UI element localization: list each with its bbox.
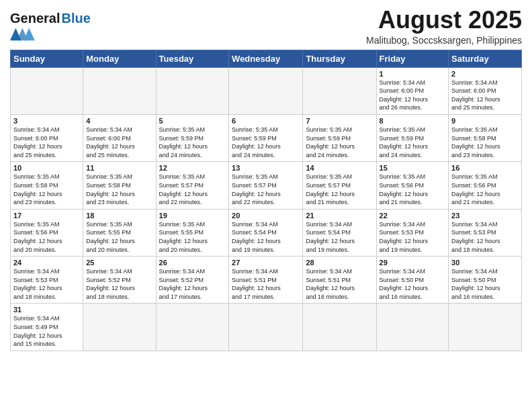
day-number: 1 [380,70,446,78]
calendar-cell: 9Sunrise: 5:35 AM Sunset: 5:58 PM Daylig… [449,114,522,161]
col-header-saturday: Saturday [449,50,522,67]
day-info: Sunrise: 5:35 AM Sunset: 5:57 PM Dayligh… [306,173,373,206]
calendar-week-4: 17Sunrise: 5:35 AM Sunset: 5:56 PM Dayli… [11,209,522,256]
title-area: August 2025 Malitubog, Soccsksargen, Phi… [366,7,522,46]
day-info: Sunrise: 5:34 AM Sunset: 5:51 PM Dayligh… [306,267,373,301]
day-number: 17 [13,212,80,220]
day-number: 19 [159,212,226,220]
day-number: 12 [159,164,226,172]
day-info: Sunrise: 5:35 AM Sunset: 5:58 PM Dayligh… [451,126,519,159]
col-header-wednesday: Wednesday [229,50,303,67]
calendar-cell: 19Sunrise: 5:35 AM Sunset: 5:55 PM Dayli… [156,209,229,256]
day-info: Sunrise: 5:34 AM Sunset: 5:53 PM Dayligh… [451,220,519,254]
calendar-cell: 25Sunrise: 5:34 AM Sunset: 5:52 PM Dayli… [83,257,156,304]
day-number: 28 [306,259,373,267]
calendar-cell: 28Sunrise: 5:34 AM Sunset: 5:51 PM Dayli… [303,257,376,304]
day-info: Sunrise: 5:34 AM Sunset: 5:53 PM Dayligh… [380,220,446,254]
calendar-week-1: 1Sunrise: 5:34 AM Sunset: 6:00 PM Daylig… [11,67,522,114]
day-info: Sunrise: 5:35 AM Sunset: 5:55 PM Dayligh… [159,220,226,254]
day-info: Sunrise: 5:34 AM Sunset: 6:00 PM Dayligh… [380,79,446,112]
day-number: 27 [232,259,300,267]
calendar-cell [83,67,156,114]
calendar-cell [229,67,303,114]
day-info: Sunrise: 5:34 AM Sunset: 5:52 PM Dayligh… [159,267,226,301]
calendar-cell [376,304,449,351]
day-info: Sunrise: 5:34 AM Sunset: 5:54 PM Dayligh… [306,220,373,254]
calendar-cell: 8Sunrise: 5:35 AM Sunset: 5:59 PM Daylig… [376,114,449,161]
calendar-cell [303,304,376,351]
calendar-cell: 6Sunrise: 5:35 AM Sunset: 5:59 PM Daylig… [229,114,303,161]
day-info: Sunrise: 5:34 AM Sunset: 5:51 PM Dayligh… [232,267,300,301]
calendar-cell [156,67,229,114]
day-number: 11 [86,164,152,172]
calendar-header-row: SundayMondayTuesdayWednesdayThursdayFrid… [11,50,522,67]
calendar-cell [11,67,83,114]
day-info: Sunrise: 5:35 AM Sunset: 5:57 PM Dayligh… [159,173,226,206]
calendar-cell: 2Sunrise: 5:34 AM Sunset: 6:00 PM Daylig… [449,67,522,114]
day-info: Sunrise: 5:35 AM Sunset: 5:56 PM Dayligh… [380,173,446,206]
calendar-cell: 30Sunrise: 5:34 AM Sunset: 5:50 PM Dayli… [449,257,522,304]
col-header-tuesday: Tuesday [156,50,229,67]
calendar-cell: 21Sunrise: 5:34 AM Sunset: 5:54 PM Dayli… [303,209,376,256]
logo-blue: Blue [61,11,90,26]
col-header-sunday: Sunday [11,50,83,67]
calendar-cell: 14Sunrise: 5:35 AM Sunset: 5:57 PM Dayli… [303,162,376,209]
calendar-cell: 11Sunrise: 5:35 AM Sunset: 5:58 PM Dayli… [83,162,156,209]
day-number: 10 [13,164,80,172]
calendar-cell: 18Sunrise: 5:35 AM Sunset: 5:55 PM Dayli… [83,209,156,256]
day-info: Sunrise: 5:35 AM Sunset: 5:59 PM Dayligh… [232,126,300,159]
day-number: 14 [306,164,373,172]
day-info: Sunrise: 5:35 AM Sunset: 5:59 PM Dayligh… [159,126,226,159]
day-number: 30 [451,259,519,267]
day-number: 4 [86,117,152,125]
logo: General Blue [10,7,91,41]
calendar-week-5: 24Sunrise: 5:34 AM Sunset: 5:53 PM Dayli… [11,257,522,304]
day-info: Sunrise: 5:34 AM Sunset: 5:52 PM Dayligh… [86,267,152,301]
calendar-cell: 12Sunrise: 5:35 AM Sunset: 5:57 PM Dayli… [156,162,229,209]
calendar-cell: 24Sunrise: 5:34 AM Sunset: 5:53 PM Dayli… [11,257,83,304]
calendar-cell: 16Sunrise: 5:35 AM Sunset: 5:56 PM Dayli… [449,162,522,209]
day-number: 8 [380,117,446,125]
calendar-cell: 4Sunrise: 5:34 AM Sunset: 6:00 PM Daylig… [83,114,156,161]
calendar-cell: 27Sunrise: 5:34 AM Sunset: 5:51 PM Dayli… [229,257,303,304]
calendar-cell: 20Sunrise: 5:34 AM Sunset: 5:54 PM Dayli… [229,209,303,256]
day-info: Sunrise: 5:34 AM Sunset: 5:54 PM Dayligh… [232,220,300,254]
day-info: Sunrise: 5:34 AM Sunset: 6:00 PM Dayligh… [86,126,152,159]
calendar-cell [156,304,229,351]
month-title: August 2025 [366,7,522,34]
day-number: 31 [13,306,80,314]
day-info: Sunrise: 5:35 AM Sunset: 5:58 PM Dayligh… [86,173,152,206]
day-number: 26 [159,259,226,267]
day-number: 2 [451,70,519,78]
calendar-cell: 29Sunrise: 5:34 AM Sunset: 5:50 PM Dayli… [376,257,449,304]
header: General Blue August 2025 Malitubog, Socc… [10,7,522,46]
location-subtitle: Malitubog, Soccsksargen, Philippines [366,35,522,46]
col-header-thursday: Thursday [303,50,376,67]
day-number: 13 [232,164,300,172]
calendar-cell: 3Sunrise: 5:34 AM Sunset: 6:00 PM Daylig… [11,114,83,161]
col-header-monday: Monday [83,50,156,67]
calendar-cell: 5Sunrise: 5:35 AM Sunset: 5:59 PM Daylig… [156,114,229,161]
day-info: Sunrise: 5:34 AM Sunset: 6:00 PM Dayligh… [451,79,519,112]
calendar-cell [449,304,522,351]
calendar-cell [229,304,303,351]
day-info: Sunrise: 5:35 AM Sunset: 5:59 PM Dayligh… [380,126,446,159]
calendar-cell: 15Sunrise: 5:35 AM Sunset: 5:56 PM Dayli… [376,162,449,209]
day-info: Sunrise: 5:34 AM Sunset: 5:53 PM Dayligh… [13,267,80,301]
calendar-cell: 7Sunrise: 5:35 AM Sunset: 5:59 PM Daylig… [303,114,376,161]
col-header-friday: Friday [376,50,449,67]
day-number: 7 [306,117,373,125]
day-number: 3 [13,117,80,125]
calendar-cell: 10Sunrise: 5:35 AM Sunset: 5:58 PM Dayli… [11,162,83,209]
day-number: 21 [306,212,373,220]
calendar-week-2: 3Sunrise: 5:34 AM Sunset: 6:00 PM Daylig… [11,114,522,161]
day-info: Sunrise: 5:35 AM Sunset: 5:58 PM Dayligh… [13,173,80,206]
calendar-week-3: 10Sunrise: 5:35 AM Sunset: 5:58 PM Dayli… [11,162,522,209]
calendar-cell: 17Sunrise: 5:35 AM Sunset: 5:56 PM Dayli… [11,209,83,256]
logo-general: General [10,11,60,26]
day-number: 16 [451,164,519,172]
day-info: Sunrise: 5:35 AM Sunset: 5:56 PM Dayligh… [451,173,519,206]
calendar-table: SundayMondayTuesdayWednesdayThursdayFrid… [10,50,522,351]
calendar-cell: 13Sunrise: 5:35 AM Sunset: 5:57 PM Dayli… [229,162,303,209]
day-number: 9 [451,117,519,125]
